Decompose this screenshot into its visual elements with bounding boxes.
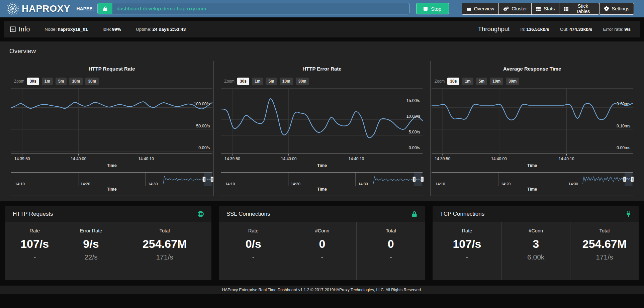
- navigator[interactable]: 14:1014:2014:30: [432, 172, 633, 186]
- throughput-item-error-rate: Error rate:9/s: [603, 27, 631, 32]
- y-axis-label: 0.00/s: [409, 145, 420, 150]
- card-column-value: 107/s: [5, 237, 64, 250]
- navigator-axis-label: 14:30: [568, 182, 578, 186]
- nav-button-stats[interactable]: Stats: [531, 3, 559, 15]
- chart-title: Average Response Time: [431, 66, 634, 72]
- x-axis-label: 14:39:50: [435, 157, 450, 161]
- top-navbar: HAPROXY HAPEE: Stop OverviewClusterStats…: [0, 0, 644, 17]
- chart-title: HTTP Error Rate: [220, 66, 424, 72]
- y-axis-label: 0.20ms: [617, 102, 630, 106]
- zoom-button-5m[interactable]: 5m: [56, 78, 67, 85]
- navigator[interactable]: 14:1014:2014:30: [11, 172, 212, 186]
- zoom-button-1m[interactable]: 1m: [42, 78, 53, 85]
- card-body: Rate107/s-#Conn36.00kTotal254.67M171/s: [433, 222, 639, 280]
- globe-icon: [197, 211, 204, 217]
- y-axis-label: 15.00/s: [406, 98, 420, 103]
- chart-panel-http-error-rate: HTTP Error RateZoom30s1m5m10m30m0.00/s5.…: [220, 61, 424, 196]
- lock-icon: [411, 211, 418, 217]
- zoom-button-30m[interactable]: 30m: [85, 78, 99, 85]
- card-column-value: 254.67M: [570, 237, 639, 250]
- throughput-group: Throughput In:136.51kb/sOut:474.33kb/sEr…: [478, 25, 634, 33]
- squared-plus-icon: [10, 26, 16, 32]
- card-column-rate: Rate0/s-: [219, 222, 288, 280]
- lock-icon: [103, 6, 108, 11]
- card-column-subvalue: -: [288, 253, 356, 261]
- zoom-button-10m[interactable]: 10m: [490, 78, 503, 85]
- zoom-button-5m[interactable]: 5m: [476, 78, 487, 85]
- card-column-label: Rate: [5, 228, 64, 233]
- card-column-label: Total: [357, 228, 425, 233]
- settings-button[interactable]: Settings: [599, 3, 634, 15]
- plot-area: 0.00ms0.10ms0.20ms: [432, 88, 633, 156]
- navigator-handle[interactable]: [631, 177, 634, 182]
- navigator-handle[interactable]: [413, 177, 416, 182]
- navigator-axis-title: Time: [10, 187, 213, 192]
- zoom-button-30s[interactable]: 30s: [447, 78, 459, 85]
- y-axis-label: 50.00/s: [196, 124, 210, 128]
- info-item-node: Node:haproxy18_01: [44, 27, 88, 32]
- x-axis-labels: 14:39:5014:40:0014:40:10: [221, 157, 423, 162]
- y-axis-label: 0.10ms: [617, 124, 630, 128]
- card-column-value: 0/s: [219, 237, 288, 250]
- info-bar: Info Node:haproxy18_01Idle:99%Uptime:24 …: [4, 21, 640, 37]
- grid-icon: [564, 7, 569, 11]
- throughput-item-out: Out:474.33kb/s: [560, 27, 592, 32]
- navigator[interactable]: 14:1014:2014:30: [221, 172, 423, 186]
- x-axis-title: Time: [431, 163, 634, 168]
- navigator-handle[interactable]: [623, 177, 626, 182]
- zoom-button-10m[interactable]: 10m: [69, 78, 83, 85]
- zoom-button-30s[interactable]: 30s: [237, 78, 249, 85]
- gears-icon: [503, 6, 509, 11]
- navigator-handle[interactable]: [210, 177, 213, 182]
- nav-button-label: Cluster: [512, 6, 527, 11]
- nav-button-label: Stats: [544, 6, 555, 11]
- x-axis-label: 14:40:10: [559, 157, 574, 161]
- lock-button[interactable]: [98, 3, 112, 14]
- zoom-button-1m[interactable]: 1m: [252, 78, 263, 85]
- card-column-subvalue: 171/s: [118, 253, 211, 261]
- zoom-button-30m[interactable]: 30m: [296, 78, 309, 85]
- x-axis-label: 14:40:10: [349, 157, 364, 161]
- nav-button-cluster[interactable]: Cluster: [498, 3, 532, 15]
- navigator-handle[interactable]: [421, 177, 424, 182]
- card-column-total: Total254.67M171/s: [118, 222, 211, 280]
- footer-text: HAProxy Enterprise Real Time Dashboard v…: [222, 288, 422, 292]
- card-column-total: Total254.67M171/s: [570, 222, 639, 280]
- info-label: Info: [19, 25, 30, 33]
- card-column-value: 0: [288, 237, 356, 250]
- y-axis-label: 0.00ms: [617, 145, 630, 150]
- card-column-label: Rate: [219, 228, 288, 233]
- stop-button[interactable]: Stop: [416, 3, 449, 14]
- x-axis-label: 14:40:00: [281, 157, 297, 161]
- zoom-button-1m[interactable]: 1m: [462, 78, 473, 85]
- x-axis-label: 14:40:00: [71, 157, 86, 161]
- zoom-presets: Zoom30s1m5m10m30m: [435, 78, 634, 85]
- zoom-presets: Zoom30s1m5m10m30m: [224, 78, 424, 85]
- nav-button-overview[interactable]: Overview: [462, 3, 499, 15]
- throughput-title: Throughput: [478, 25, 510, 33]
- info-toggle[interactable]: Info: [10, 25, 30, 33]
- card-column-rate: Rate107/s-: [5, 222, 64, 280]
- navigator-handle[interactable]: [203, 177, 206, 182]
- throughput-item-in: In:136.51kb/s: [520, 27, 549, 32]
- zoom-button-30s[interactable]: 30s: [27, 78, 39, 85]
- nav-button-stick-tables[interactable]: Stick Tables: [559, 3, 599, 15]
- nav-button-label: Overview: [474, 6, 494, 11]
- zoom-button-10m[interactable]: 10m: [280, 78, 293, 85]
- table-icon: [536, 7, 541, 11]
- zoom-button-5m[interactable]: 5m: [266, 78, 277, 85]
- haproxy-logo-icon: [6, 2, 19, 15]
- hapee-label: HAPEE:: [76, 6, 94, 11]
- y-axis-label: 0.00/s: [198, 145, 210, 150]
- url-input[interactable]: [112, 3, 409, 14]
- card-column-value: 254.67M: [118, 237, 211, 250]
- card-title: HTTP Requests: [13, 211, 53, 217]
- navigator-axis-label: 14:20: [291, 182, 300, 186]
- x-axis-label: 14:40:00: [491, 157, 507, 161]
- navigator-axis-label: 14:10: [15, 182, 25, 186]
- zoom-button-30m[interactable]: 30m: [506, 78, 519, 85]
- zoom-label: Zoom: [14, 79, 24, 84]
- card-column--conn: #Conn36.00k: [501, 222, 570, 280]
- plug-icon: [626, 211, 631, 217]
- card-column-label: Total: [570, 228, 639, 233]
